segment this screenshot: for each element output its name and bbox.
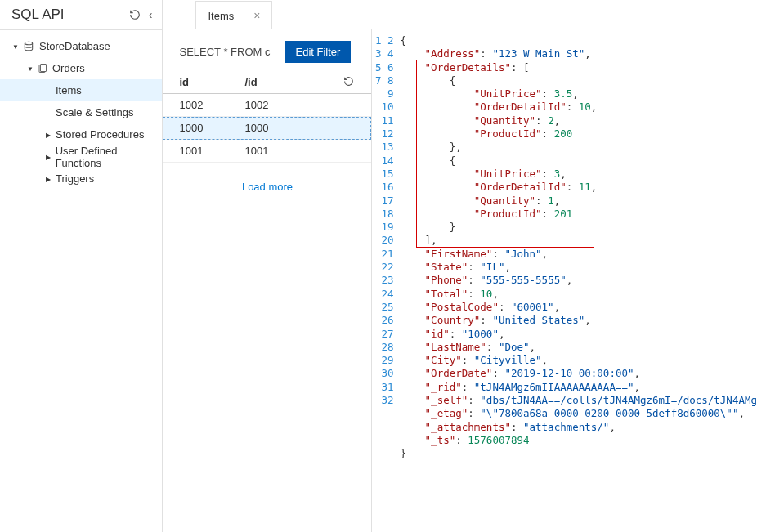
col-pk-header[interactable]: /id [244, 76, 343, 88]
chevron-right-icon [44, 130, 52, 139]
collapse-icon[interactable]: ‹ [149, 8, 153, 21]
items-pane: SELECT * FROM c Edit Filter id /id 10021… [163, 29, 372, 532]
cell-id: 1001 [179, 145, 244, 157]
chevron-down-icon [26, 64, 34, 73]
sidebar-header: SQL API ‹ [0, 0, 162, 30]
tab-label: Items [208, 10, 234, 22]
collection-icon [38, 63, 47, 74]
cell-id: 1002 [179, 99, 244, 111]
chevron-right-icon [44, 174, 52, 183]
db-label: StoreDatabase [39, 40, 110, 52]
tree-item-label: User Defined Functions [56, 145, 163, 169]
tree-item-label: Items [56, 84, 82, 96]
line-gutter: 1 2 3 4 5 6 7 8 9 10 11 12 13 14 15 16 1… [372, 34, 400, 532]
edit-filter-button[interactable]: Edit Filter [285, 41, 352, 63]
table-row[interactable]: 10021002 [163, 94, 371, 117]
cell-pk: 1001 [244, 145, 343, 157]
tab-items[interactable]: Items × [195, 1, 272, 29]
main: Items × SELECT * FROM c Edit Filter id /… [163, 0, 757, 532]
svg-rect-2 [41, 64, 47, 71]
tree-item-user-defined-functions[interactable]: User Defined Functions [0, 145, 162, 168]
code-area[interactable]: { "Address": "123 W Main St", "OrderDeta… [400, 34, 757, 532]
tree-item-label: Triggers [56, 172, 94, 185]
workspace: SELECT * FROM c Edit Filter id /id 10021… [163, 29, 757, 532]
col-id-header[interactable]: id [179, 76, 244, 88]
load-more-link[interactable]: Load more [163, 163, 371, 211]
query-text: SELECT * FROM c [179, 46, 270, 58]
grid-header: id /id [163, 71, 371, 94]
refresh-icon[interactable] [129, 9, 141, 20]
tree-item-scale-settings[interactable]: Scale & Settings [0, 101, 162, 123]
refresh-grid-icon[interactable] [343, 76, 360, 88]
tree-item-stored-procedures[interactable]: Stored Procedures [0, 123, 162, 145]
chevron-right-icon [44, 152, 52, 161]
sidebar: SQL API ‹ StoreDatabase Orders ItemsScal… [0, 0, 163, 532]
tree-item-items[interactable]: Items [0, 79, 162, 101]
tree-item-label: Scale & Settings [56, 106, 133, 118]
db-node[interactable]: StoreDatabase [0, 35, 162, 57]
json-editor[interactable]: 1 2 3 4 5 6 7 8 9 10 11 12 13 14 15 16 1… [372, 29, 757, 532]
cell-pk: 1002 [244, 99, 343, 111]
sidebar-title: SQL API [11, 7, 65, 23]
cell-id: 1000 [179, 122, 244, 134]
svg-point-0 [25, 42, 32, 45]
collection-node[interactable]: Orders [0, 57, 162, 79]
close-icon[interactable]: × [253, 9, 260, 22]
cell-pk: 1000 [244, 122, 343, 134]
table-row[interactable]: 10001000 [163, 117, 371, 140]
tree-item-triggers[interactable]: Triggers [0, 168, 162, 190]
database-icon [23, 41, 34, 52]
table-row[interactable]: 10011001 [163, 140, 371, 163]
collection-label: Orders [52, 62, 85, 74]
tree-item-label: Stored Procedures [56, 128, 144, 141]
tab-row: Items × [163, 0, 757, 29]
chevron-down-icon [11, 42, 20, 51]
tree: StoreDatabase Orders ItemsScale & Settin… [0, 30, 162, 532]
